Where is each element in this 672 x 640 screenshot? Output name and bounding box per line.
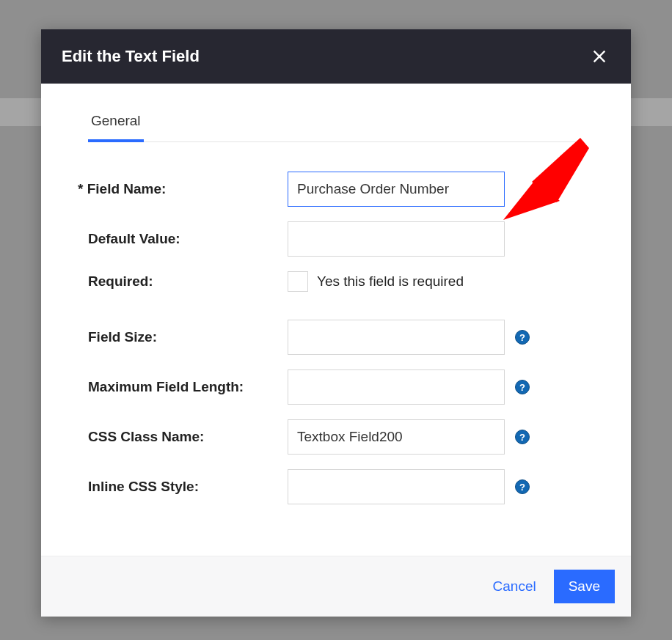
row-default-value: Default Value:: [88, 221, 584, 257]
row-field-name: Field Name:: [88, 172, 584, 207]
field-name-input[interactable]: [288, 172, 505, 207]
required-checkbox-label: Yes this field is required: [317, 273, 464, 290]
row-inline-css: Inline CSS Style: ?: [88, 469, 584, 504]
help-icon[interactable]: ?: [515, 430, 530, 444]
modal-header: Edit the Text Field: [41, 29, 631, 84]
cancel-button[interactable]: Cancel: [486, 570, 544, 603]
tab-general[interactable]: General: [88, 110, 144, 142]
modal-footer: Cancel Save: [41, 556, 631, 617]
help-icon[interactable]: ?: [515, 479, 530, 494]
row-required: Required: Yes this field is required: [88, 271, 584, 292]
close-button[interactable]: [588, 45, 610, 67]
label-css-class: CSS Class Name:: [88, 429, 288, 445]
label-default-value: Default Value:: [88, 231, 288, 247]
field-size-input[interactable]: [288, 320, 505, 355]
edit-text-field-modal: Edit the Text Field General Field Name: …: [41, 29, 631, 617]
label-inline-css: Inline CSS Style:: [88, 479, 288, 495]
help-icon[interactable]: ?: [515, 380, 530, 394]
css-class-input[interactable]: [288, 419, 505, 455]
label-required: Required:: [88, 273, 288, 290]
label-field-size: Field Size:: [88, 329, 288, 345]
label-field-name: Field Name:: [88, 181, 288, 197]
label-max-length: Maximum Field Length:: [88, 379, 288, 395]
max-length-input[interactable]: [288, 369, 505, 405]
default-value-input[interactable]: [288, 221, 505, 257]
required-checkbox-wrap: Yes this field is required: [288, 271, 464, 292]
row-max-length: Maximum Field Length: ?: [88, 369, 584, 405]
modal-body: General Field Name: Default Value: Requi…: [41, 84, 631, 556]
help-icon[interactable]: ?: [515, 330, 530, 345]
save-button[interactable]: Save: [554, 570, 615, 603]
row-field-size: Field Size: ?: [88, 320, 584, 355]
close-icon: [591, 48, 607, 65]
inline-css-input[interactable]: [288, 469, 505, 504]
required-checkbox[interactable]: [288, 271, 308, 292]
modal-title: Edit the Text Field: [62, 47, 200, 66]
row-css-class: CSS Class Name: ?: [88, 419, 584, 455]
tab-bar: General: [88, 110, 584, 142]
